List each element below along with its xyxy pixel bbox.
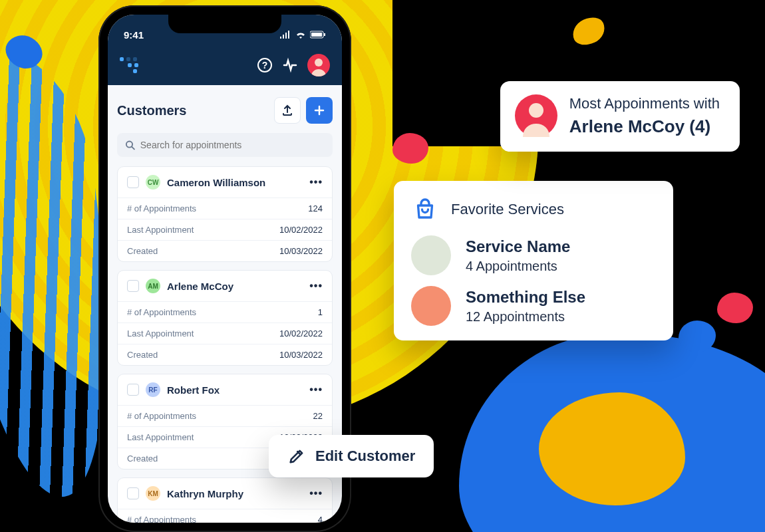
customer-checkbox[interactable] <box>127 280 139 292</box>
row-label: Last Appointment <box>127 225 194 235</box>
favorite-service-item[interactable]: Service Name 4 Appointments <box>411 235 656 275</box>
service-sub: 12 Appointments <box>466 309 585 325</box>
customer-name: Cameron Williamson <box>167 177 265 188</box>
row-value: 10/03/2022 <box>279 246 323 256</box>
edit-customer-label: Edit Customer <box>315 448 415 465</box>
activity-icon[interactable] <box>282 57 298 73</box>
row-label: Created <box>127 454 158 464</box>
row-label: # of Appointments <box>127 307 196 317</box>
search-input[interactable] <box>140 140 325 150</box>
customer-card[interactable]: KM Kathryn Murphy ••• # of Appointments … <box>117 477 333 523</box>
export-button[interactable] <box>274 97 301 124</box>
svg-rect-2 <box>324 33 325 36</box>
more-icon[interactable]: ••• <box>309 280 323 292</box>
customer-row: Last Appointment 10/02/2022 <box>118 323 332 344</box>
svg-point-7 <box>529 103 543 118</box>
more-icon[interactable]: ••• <box>309 487 323 499</box>
service-sub: 4 Appointments <box>466 259 570 274</box>
row-value: 4 <box>318 515 323 523</box>
svg-point-5 <box>315 59 323 66</box>
pencil-icon <box>287 447 306 466</box>
customer-row: # of Appointments 4 <box>118 509 332 523</box>
row-value: 10/02/2022 <box>279 225 323 235</box>
row-value: 124 <box>308 203 323 213</box>
signal-icon <box>279 31 291 39</box>
upload-icon <box>281 104 294 117</box>
row-label: Last Appointment <box>127 329 194 338</box>
plus-icon <box>313 104 326 117</box>
row-value: 1 <box>318 307 323 317</box>
search-icon <box>125 140 135 150</box>
most-appointments-panel: Most Appoinments with Arlene McCoy (4) <box>500 81 740 152</box>
most-appointments-avatar <box>515 94 557 137</box>
user-avatar[interactable] <box>307 54 330 76</box>
status-time: 9:41 <box>124 29 144 41</box>
favorite-services-title: Favorite Services <box>451 201 564 218</box>
battery-icon <box>310 31 326 39</box>
customer-row: Created 10/03/2022 <box>118 240 332 261</box>
customer-row: # of Appointments 22 <box>118 405 332 426</box>
service-name: Something Else <box>466 288 585 307</box>
customer-checkbox[interactable] <box>127 384 139 396</box>
customer-name: Robert Fox <box>167 384 220 396</box>
customer-checkbox[interactable] <box>127 487 139 499</box>
customer-initials: CW <box>146 175 160 190</box>
search-field[interactable] <box>117 133 333 157</box>
customer-checkbox[interactable] <box>127 176 139 188</box>
customer-initials: AM <box>146 279 160 293</box>
row-value: 22 <box>313 411 323 421</box>
customer-row: # of Appointments 124 <box>118 198 332 219</box>
row-label: # of Appointments <box>127 203 196 213</box>
customer-name: Kathryn Murphy <box>167 488 243 499</box>
row-label: # of Appointments <box>127 515 196 523</box>
more-icon[interactable]: ••• <box>309 176 323 188</box>
page-title: Customers <box>117 103 186 118</box>
most-appointments-name: Arlene McCoy (4) <box>569 116 720 137</box>
shopping-bag-icon <box>411 196 439 223</box>
row-label: Created <box>127 350 158 360</box>
customer-row: Last Appointment 10/02/2022 <box>118 219 332 240</box>
customer-card[interactable]: CW Cameron Williamson ••• # of Appointme… <box>117 166 333 262</box>
favorite-services-panel: Favorite Services Service Name 4 Appoint… <box>394 181 673 340</box>
customer-row: Created 10/03/2022 <box>118 344 332 365</box>
service-thumbnail <box>411 286 451 326</box>
svg-text:?: ? <box>262 60 268 70</box>
row-value: 10/03/2022 <box>279 350 323 360</box>
row-label: Last Appointment <box>127 432 194 442</box>
service-thumbnail <box>411 235 451 275</box>
app-header: ? <box>108 45 342 85</box>
edit-customer-button[interactable]: Edit Customer <box>269 435 434 477</box>
most-appointments-label: Most Appoinments with <box>569 95 720 112</box>
customer-card[interactable]: AM Arlene McCoy ••• # of Appointments 1 … <box>117 270 333 366</box>
wifi-icon <box>295 31 306 39</box>
more-icon[interactable]: ••• <box>309 384 323 396</box>
customer-initials: KM <box>146 486 160 501</box>
customer-name: Arlene McCoy <box>167 281 233 292</box>
favorite-service-item[interactable]: Something Else 12 Appointments <box>411 286 656 326</box>
customer-initials: RF <box>146 382 160 397</box>
svg-rect-1 <box>311 33 322 37</box>
add-customer-button[interactable] <box>306 97 333 124</box>
service-name: Service Name <box>466 237 570 256</box>
help-icon[interactable]: ? <box>257 57 273 73</box>
row-label: Created <box>127 246 158 256</box>
row-value: 10/02/2022 <box>279 329 323 338</box>
app-logo[interactable] <box>120 57 137 73</box>
row-label: # of Appointments <box>127 411 196 421</box>
customer-row: # of Appointments 1 <box>118 301 332 323</box>
